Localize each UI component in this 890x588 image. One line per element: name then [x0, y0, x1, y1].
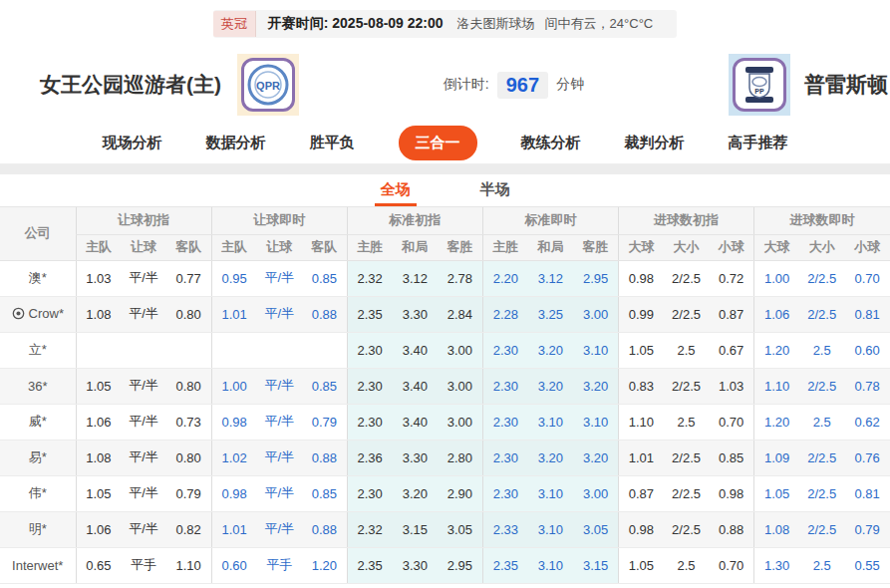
odds-cell: 1.00	[754, 260, 799, 296]
nav-tab-6[interactable]: 高手推荐	[729, 134, 788, 152]
company-cell: 易*	[0, 440, 76, 475]
odds-cell: 1.10	[754, 368, 799, 404]
odds-cell: 3.40	[393, 368, 438, 404]
divider-strip	[0, 164, 890, 174]
company-name: 立*	[29, 342, 47, 357]
odds-cell: 0.83	[619, 368, 664, 404]
odds-cell: 3.00	[573, 296, 618, 332]
home-team: 女王公园巡游者(主) QPR	[40, 54, 299, 116]
odds-cell: 1.20	[754, 332, 799, 368]
home-team-logo: QPR	[237, 54, 299, 116]
odds-cell: 2.30	[347, 475, 392, 511]
odds-cell: 1.05	[76, 368, 121, 404]
odds-cell: 1.08	[76, 440, 121, 475]
odds-cell: 0.99	[619, 296, 664, 332]
col-header: 小球	[844, 234, 890, 260]
company-cell: 澳*	[0, 260, 76, 296]
col-header: 客队	[302, 234, 347, 260]
odds-cell: 0.67	[709, 332, 753, 368]
odds-cell: 3.20	[573, 440, 618, 475]
odds-cell: 2.30	[482, 404, 527, 440]
group-header: 进球数初指	[619, 207, 754, 234]
odds-cell: 1.05	[619, 547, 664, 583]
table-row: 伟*1.05平/半0.790.98平/半0.852.303.202.902.30…	[0, 475, 890, 511]
odds-cell: 0.85	[302, 260, 347, 296]
odds-cell: 平/半	[257, 511, 302, 547]
nav-tab-1[interactable]: 数据分析	[206, 134, 266, 152]
odds-cell: 1.05	[76, 475, 121, 511]
odds-cell: 1.05	[619, 332, 664, 368]
group-header: 标准即时	[482, 207, 618, 234]
odds-cell: 0.65	[76, 547, 121, 583]
odds-cell: 0.79	[844, 511, 890, 547]
col-header: 客胜	[573, 234, 618, 260]
col-header: 和局	[528, 234, 573, 260]
nav-tab-0[interactable]: 现场分析	[103, 134, 162, 152]
odds-cell: 0.95	[211, 260, 256, 296]
odds-cell: 2.5	[799, 547, 844, 583]
soccer-ball-icon	[12, 307, 25, 323]
odds-cell: 平/半	[121, 296, 165, 332]
odds-cell: 2.5	[799, 404, 844, 440]
odds-cell: 2.84	[438, 296, 482, 332]
odds-cell: 0.55	[844, 547, 890, 583]
odds-cell: 2/2.5	[799, 511, 844, 547]
table-row: 威*1.06平/半0.730.98平/半0.792.303.403.002.30…	[0, 404, 890, 440]
odds-cell: 0.85	[302, 475, 347, 511]
company-name: 36*	[28, 379, 48, 394]
odds-cell: 2/2.5	[664, 511, 709, 547]
col-header: 让球	[257, 234, 302, 260]
odds-cell: 0.88	[302, 511, 347, 547]
odds-cell: 3.10	[528, 404, 573, 440]
away-crest-icon: PP	[733, 58, 786, 112]
odds-cell: 2.5	[799, 332, 844, 368]
odds-cell: 2/2.5	[799, 296, 844, 332]
period-tab-1[interactable]: 半场	[474, 180, 516, 206]
odds-cell: 0.62	[844, 404, 890, 440]
odds-cell: 3.10	[528, 547, 573, 583]
odds-cell: 0.87	[709, 296, 753, 332]
odds-cell: 3.05	[438, 511, 482, 547]
odds-cell: 3.12	[393, 260, 438, 296]
company-name: 明*	[29, 521, 47, 536]
odds-cell: 3.40	[393, 332, 438, 368]
nav-tab-2[interactable]: 胜平负	[310, 134, 355, 152]
odds-cell: 0.76	[844, 440, 890, 475]
company-cell: 明*	[0, 511, 76, 547]
nav-tab-3[interactable]: 三合一	[399, 126, 477, 160]
col-header: 小球	[709, 234, 753, 260]
odds-cell	[211, 332, 256, 368]
kickoff-time: 开赛时间: 2025-08-09 22:00	[268, 15, 444, 33]
odds-cell: 3.10	[528, 511, 573, 547]
odds-cell: 1.08	[76, 296, 121, 332]
odds-cell: 3.20	[528, 368, 573, 404]
odds-cell: 3.25	[528, 296, 573, 332]
company-cell: 伟*	[0, 475, 76, 511]
main-nav: 现场分析数据分析胜平负三合一教练分析裁判分析高手推荐	[0, 122, 890, 164]
odds-cell: 2.30	[482, 440, 527, 475]
odds-cell: 2.30	[347, 332, 392, 368]
odds-cell: 0.85	[302, 368, 347, 404]
period-tab-0[interactable]: 全场	[375, 180, 417, 206]
odds-cell: 3.10	[573, 332, 618, 368]
odds-cell: 0.98	[619, 260, 664, 296]
odds-cell: 2/2.5	[664, 260, 709, 296]
odds-cell: 1.03	[709, 368, 753, 404]
odds-cell: 2/2.5	[664, 440, 709, 475]
odds-cell: 1.00	[211, 368, 256, 404]
odds-cell: 3.00	[573, 475, 618, 511]
odds-cell: 0.98	[619, 511, 664, 547]
odds-cell: 3.15	[573, 547, 618, 583]
odds-cell: 0.87	[619, 475, 664, 511]
table-row: Crow*1.08平/半0.801.01平/半0.882.353.302.842…	[0, 296, 890, 332]
odds-cell: 3.30	[393, 547, 438, 583]
odds-cell: 1.06	[76, 511, 121, 547]
league-badge: 英冠	[213, 11, 256, 37]
company-name: 伟*	[29, 485, 47, 500]
nav-tab-4[interactable]: 教练分析	[521, 134, 581, 152]
odds-cell: 2.30	[482, 332, 527, 368]
odds-cell: 2.30	[482, 475, 527, 511]
nav-tab-5[interactable]: 裁判分析	[625, 134, 685, 152]
col-header: 大小	[664, 234, 709, 260]
venue-label: 洛夫图斯球场	[457, 15, 535, 33]
